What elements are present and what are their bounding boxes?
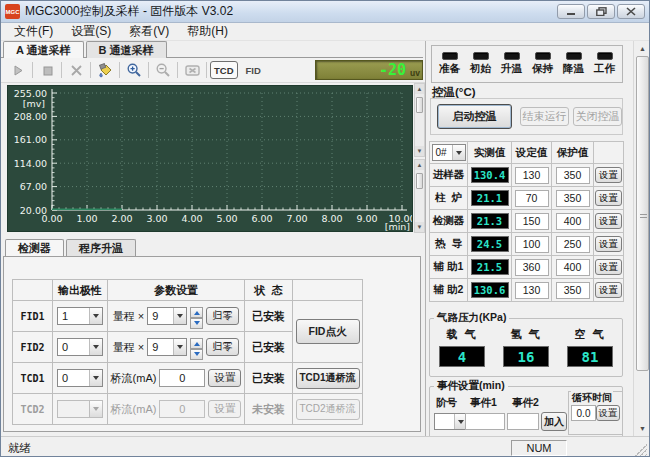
zoom-out-button[interactable] xyxy=(152,60,174,80)
scroll-down-icon[interactable]: ▼ xyxy=(415,146,424,156)
scroll-down-icon[interactable]: ▼ xyxy=(635,421,650,435)
side-cell: FID点火 xyxy=(293,301,363,363)
channel-tab[interactable]: B 通道采样 xyxy=(86,41,167,58)
event1-input[interactable] xyxy=(465,413,505,430)
status-indicator: 工作 xyxy=(594,52,615,76)
range-select[interactable]: 9 xyxy=(147,338,187,356)
start-sampling-button[interactable] xyxy=(7,60,29,80)
scroll-down-icon[interactable]: ▼ xyxy=(415,222,424,232)
menu-item[interactable]: 察看(V) xyxy=(120,22,178,41)
header-polarity: 输出极性 xyxy=(53,280,108,301)
polarity-select[interactable]: 0 xyxy=(57,338,103,356)
signal-value: -20 xyxy=(379,61,406,79)
minimize-button[interactable] xyxy=(557,4,585,19)
value-stepper[interactable] xyxy=(190,338,203,356)
delete-button[interactable] xyxy=(65,60,87,80)
polarity-select[interactable]: 0 xyxy=(57,369,103,387)
stage-select[interactable] xyxy=(434,413,468,430)
status-indicator: 保持 xyxy=(532,52,553,76)
scrollbar-thumb[interactable] xyxy=(416,173,423,189)
close-button[interactable] xyxy=(617,4,645,19)
bridge-current-input[interactable]: 0 xyxy=(159,369,205,387)
temp-set-button[interactable]: 设置 xyxy=(595,190,622,206)
chart-offset-scrollbar[interactable]: ▲ ▼ xyxy=(414,159,425,233)
range-select[interactable]: 9 xyxy=(147,307,187,325)
setpoint-input[interactable]: 100 xyxy=(515,236,549,253)
actual-temp-lcd: 130.6 xyxy=(471,282,509,298)
restore-button[interactable] xyxy=(587,4,615,19)
protect-input[interactable]: 350 xyxy=(556,282,590,299)
scrollbar-thumb[interactable] xyxy=(416,97,423,113)
scroll-up-icon[interactable]: ▲ xyxy=(415,160,424,170)
fit-view-button[interactable] xyxy=(181,60,203,80)
stop-sampling-button[interactable] xyxy=(36,60,58,80)
event-settings-title: 事件设置(min) xyxy=(434,379,508,393)
start-temp-button[interactable]: 启动控温 xyxy=(437,104,512,129)
setpoint-input[interactable]: 130 xyxy=(515,282,549,299)
chromatogram-chart[interactable]: 255.00208.00161.00114.0067.0020.00[mv]0.… xyxy=(7,85,413,232)
protect-input[interactable]: 400 xyxy=(556,259,590,276)
setpoint-input[interactable]: 70 xyxy=(515,190,549,207)
gas-pressure-title: 气路压力(KPa) xyxy=(434,311,509,325)
step-down-icon[interactable] xyxy=(190,318,203,329)
svg-text:1.00: 1.00 xyxy=(76,213,97,224)
temp-set-button[interactable]: 设置 xyxy=(595,282,622,298)
fid-ignite-button[interactable]: FID点火 xyxy=(296,319,360,344)
times-symbol: × xyxy=(138,310,144,322)
step-down-icon[interactable] xyxy=(190,349,203,360)
temp-set-button[interactable]: 设置 xyxy=(595,213,622,229)
detector-tab[interactable]: 程序升温 xyxy=(66,239,136,256)
menu-item[interactable]: 文件(F) xyxy=(5,22,62,41)
zone-select[interactable]: 0# xyxy=(432,144,466,161)
cycle-time-input[interactable]: 0.0 xyxy=(571,405,596,421)
protect-input[interactable]: 350 xyxy=(556,190,590,207)
protect-input[interactable]: 400 xyxy=(556,213,590,230)
gas-label: 氢 气 xyxy=(510,327,541,342)
scrollbar-thumb[interactable] xyxy=(636,56,649,371)
temp-set-button[interactable]: 设置 xyxy=(595,167,622,183)
bridge-set-button[interactable]: 设置 xyxy=(208,369,241,387)
setpoint-input[interactable]: 360 xyxy=(515,259,549,276)
resize-grip[interactable] xyxy=(635,444,647,456)
chart-scrollbars: ▲ ▼ ▲ ▼ xyxy=(414,83,425,233)
actual-temp-lcd: 21.1 xyxy=(471,190,509,206)
tcd1-bridge-button[interactable]: TCD1通桥流 xyxy=(296,368,360,389)
polarity-select-value: 0 xyxy=(58,341,89,353)
setpoint-input[interactable]: 150 xyxy=(515,213,549,230)
setpoint-input[interactable]: 130 xyxy=(515,167,549,184)
zero-button[interactable]: 归零 xyxy=(206,338,239,356)
polarity-select[interactable]: 1 xyxy=(57,307,103,325)
cycle-time-set-button[interactable]: 设置 xyxy=(596,405,620,421)
scroll-up-icon[interactable]: ▲ xyxy=(415,84,424,94)
detector-tab[interactable]: 检测器 xyxy=(5,239,64,256)
pressure-item: 载 气4 xyxy=(439,327,485,367)
value-stepper[interactable] xyxy=(190,307,203,325)
step-up-icon[interactable] xyxy=(190,338,203,349)
step-up-icon[interactable] xyxy=(190,307,203,318)
temp-header-empty xyxy=(594,142,624,164)
clear-screen-button[interactable] xyxy=(94,60,116,80)
channel-tab[interactable]: A 通道采样 xyxy=(3,41,84,58)
event2-input[interactable] xyxy=(507,413,539,430)
actual-cell: 24.5 xyxy=(468,233,512,256)
svg-text:4.00: 4.00 xyxy=(181,213,202,224)
pressure-lcd: 4 xyxy=(439,346,485,367)
zero-button[interactable]: 归零 xyxy=(206,307,239,325)
menu-item[interactable]: 设置(S) xyxy=(62,22,120,41)
panel-scrollbar[interactable]: ▲ ▼ xyxy=(633,41,650,436)
fid-toggle-button[interactable]: FID xyxy=(238,65,269,76)
chart-scale-scrollbar[interactable]: ▲ ▼ xyxy=(414,83,425,157)
zoom-in-button[interactable] xyxy=(123,60,145,80)
add-event-button[interactable]: 加入 xyxy=(541,412,567,431)
tcd-toggle-button[interactable]: TCD xyxy=(210,61,238,79)
zone-name: 检测器 xyxy=(430,210,468,233)
toolbar-separator xyxy=(148,62,149,78)
temp-set-button[interactable]: 设置 xyxy=(595,259,622,275)
menu-item[interactable]: 帮助(H) xyxy=(178,22,237,41)
protect-input[interactable]: 250 xyxy=(556,236,590,253)
detector-name: FID2 xyxy=(13,332,53,363)
protect-input[interactable]: 350 xyxy=(556,167,590,184)
temp-set-button[interactable]: 设置 xyxy=(595,236,622,252)
polarity-cell xyxy=(53,394,108,425)
scroll-up-icon[interactable]: ▲ xyxy=(635,41,650,55)
